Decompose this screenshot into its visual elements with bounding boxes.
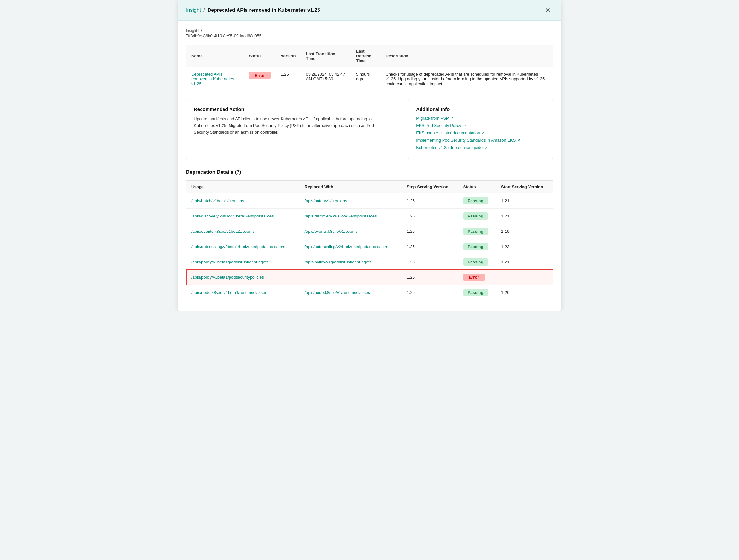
modal-header: Insight / Deprecated APIs removed in Kub… xyxy=(178,0,561,21)
dep-start-version xyxy=(496,270,553,285)
dep-start-version: 1.21 xyxy=(496,255,553,270)
external-link-icon: ↗ xyxy=(484,145,487,150)
close-button[interactable]: ✕ xyxy=(543,5,553,15)
dep-col-status: Status xyxy=(458,180,496,193)
breadcrumb-separator: / xyxy=(203,7,205,13)
dep-col-start: Start Serving Version xyxy=(496,180,553,193)
main-last-transition: 03/28/2024, 03:42:47 AM GMT+5:30 xyxy=(301,67,351,91)
dep-usage-link[interactable]: /apis/batch/v1beta1/cronjobs xyxy=(191,198,244,203)
insight-name-link[interactable]: Deprecated APIs removed in Kubernetes v1… xyxy=(191,72,234,86)
dep-status-badge: Passing xyxy=(463,197,488,204)
external-link-icon: ↗ xyxy=(450,116,454,121)
dep-table-row: /apis/autoscaling/v2beta1/horizontalpoda… xyxy=(186,239,553,255)
status-badge-error: Error xyxy=(249,72,271,79)
dep-table-row: /apis/discovery.k8s.io/v1beta1/endpoints… xyxy=(186,208,553,224)
dep-replaced-link[interactable]: /apis/policy/v1/poddisruptionbudgets xyxy=(305,260,372,264)
dep-replaced-link[interactable]: /apis/events.k8s.io/v1/events xyxy=(305,229,358,234)
dep-stop-version: 1.25 xyxy=(402,193,458,208)
dep-start-version: 1.23 xyxy=(496,239,553,255)
dep-usage-link[interactable]: /apis/policy/v1beta1/poddisruptionbudget… xyxy=(191,260,268,264)
dep-table-row: /apis/node.k8s.io/v1beta1/runtimeclasses… xyxy=(186,285,553,300)
additional-info-link[interactable]: EKS update cluster documentation ↗ xyxy=(416,130,545,135)
external-link-icon: ↗ xyxy=(517,138,520,143)
main-description: Checks for usage of deprecated APIs that… xyxy=(380,67,553,91)
dep-stop-version: 1.25 xyxy=(402,224,458,239)
dep-usage-link[interactable]: /apis/node.k8s.io/v1beta1/runtimeclasses xyxy=(191,290,267,295)
col-name: Name xyxy=(186,45,244,67)
dep-usage-link[interactable]: /apis/events.k8s.io/v1beta1/events xyxy=(191,229,255,234)
col-version: Version xyxy=(276,45,301,67)
deprecation-table: Usage Replaced With Stop Serving Version… xyxy=(186,180,553,300)
dep-table-row: /apis/batch/v1beta1/cronjobs/apis/batch/… xyxy=(186,193,553,208)
col-status: Status xyxy=(244,45,276,67)
main-last-refresh: 5 hours ago xyxy=(351,67,381,91)
dep-table-row: /apis/policy/v1beta1/podsecuritypolicies… xyxy=(186,270,553,285)
deprecation-details-title: Deprecation Details (7) xyxy=(186,169,553,175)
insight-id-section: Insight ID 7ff3db9e-86b0-4f10-8e95-09dae… xyxy=(186,28,553,38)
additional-links: Migrate from PSP ↗EKS Pod Security Polic… xyxy=(416,116,545,150)
dep-start-version: 1.20 xyxy=(496,285,553,300)
dep-replaced-link[interactable]: /apis/batch/v1/cronjobs xyxy=(305,198,347,203)
dep-status-badge: Passing xyxy=(463,289,488,296)
dep-usage-link[interactable]: /apis/autoscaling/v2beta1/horizontalpoda… xyxy=(191,244,285,249)
modal-body: Insight ID 7ff3db9e-86b0-4f10-8e95-09dae… xyxy=(178,21,561,311)
dep-replaced-link[interactable]: /apis/discovery.k8s.io/v1/endpointslices xyxy=(305,214,377,219)
dep-col-usage: Usage xyxy=(186,180,300,193)
external-link-icon: ↗ xyxy=(463,123,466,128)
col-description: Description xyxy=(380,45,553,67)
external-link-icon: ↗ xyxy=(481,131,484,135)
dep-start-version: 1.21 xyxy=(496,208,553,224)
additional-info-link[interactable]: EKS Pod Security Policy ↗ xyxy=(416,123,545,128)
dep-replaced-link[interactable]: /apis/autoscaling/v2/horizontalpodautosc… xyxy=(305,244,388,249)
dep-stop-version: 1.25 xyxy=(402,255,458,270)
dep-table-row: /apis/policy/v1beta1/poddisruptionbudget… xyxy=(186,255,553,270)
dep-stop-version: 1.25 xyxy=(402,208,458,224)
insight-modal: Insight / Deprecated APIs removed in Kub… xyxy=(178,0,561,311)
recommended-action-text: Update manifests and API clients to use … xyxy=(194,116,387,136)
dep-table-row: /apis/events.k8s.io/v1beta1/events/apis/… xyxy=(186,224,553,239)
insight-id-value: 7ff3db9e-86b0-4f10-8e95-09daed68c055 xyxy=(186,33,553,38)
breadcrumb-insight-link[interactable]: Insight xyxy=(186,7,201,13)
breadcrumb: Insight / Deprecated APIs removed in Kub… xyxy=(186,7,320,13)
dep-col-replaced: Replaced With xyxy=(300,180,402,193)
col-last-refresh: Last RefreshTime xyxy=(351,45,381,67)
dep-status-badge: Passing xyxy=(463,243,488,250)
main-table: Name Status Version Last Transition Time… xyxy=(186,45,553,91)
additional-info-link[interactable]: Kubernetes v1.25 deprecation guide ↗ xyxy=(416,145,545,150)
recommended-action-title: Recommended Action xyxy=(194,107,387,112)
additional-info-title: Additional Info xyxy=(416,107,545,112)
recommended-action-section: Recommended Action Update manifests and … xyxy=(186,100,395,159)
dep-status-badge: Passing xyxy=(463,213,488,220)
main-version: 1.25 xyxy=(276,67,301,91)
insight-id-label: Insight ID xyxy=(186,28,553,33)
dep-status-badge: Passing xyxy=(463,258,488,266)
dep-stop-version: 1.25 xyxy=(402,270,458,285)
dep-usage-link[interactable]: /apis/policy/v1beta1/podsecuritypolicies xyxy=(191,275,264,280)
dep-usage-link[interactable]: /apis/discovery.k8s.io/v1beta1/endpoints… xyxy=(191,214,274,219)
dep-start-version: 1.19 xyxy=(496,224,553,239)
info-row: Recommended Action Update manifests and … xyxy=(186,100,553,159)
main-table-row: Deprecated APIs removed in Kubernetes v1… xyxy=(186,67,553,91)
dep-start-version: 1.21 xyxy=(496,193,553,208)
dep-status-badge: Error xyxy=(463,274,485,281)
dep-status-badge: Passing xyxy=(463,228,488,235)
additional-info-link[interactable]: Implementing Pod Security Standards in A… xyxy=(416,138,545,143)
page-title: Deprecated APIs removed in Kubernetes v1… xyxy=(207,7,320,13)
dep-stop-version: 1.25 xyxy=(402,239,458,255)
deprecation-details-section: Deprecation Details (7) Usage Replaced W… xyxy=(186,169,553,300)
additional-info-link[interactable]: Migrate from PSP ↗ xyxy=(416,116,545,121)
dep-replaced-link[interactable]: /apis/node.k8s.io/v1/runtimeclasses xyxy=(305,290,370,295)
dep-table-body: /apis/batch/v1beta1/cronjobs/apis/batch/… xyxy=(186,193,553,300)
col-last-transition: Last Transition Time xyxy=(301,45,351,67)
dep-stop-version: 1.25 xyxy=(402,285,458,300)
dep-col-stop: Stop Serving Version xyxy=(402,180,458,193)
additional-info-section: Additional Info Migrate from PSP ↗EKS Po… xyxy=(408,100,553,159)
